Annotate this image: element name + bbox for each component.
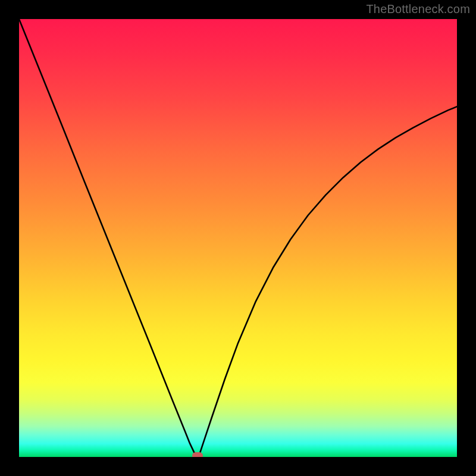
watermark-text: TheBottleneck.com xyxy=(366,2,470,16)
chart-frame: TheBottleneck.com xyxy=(0,0,476,476)
curve-layer xyxy=(19,19,457,457)
optimal-point-marker xyxy=(192,452,203,457)
plot-area xyxy=(19,19,457,457)
bottleneck-curve xyxy=(19,19,457,456)
